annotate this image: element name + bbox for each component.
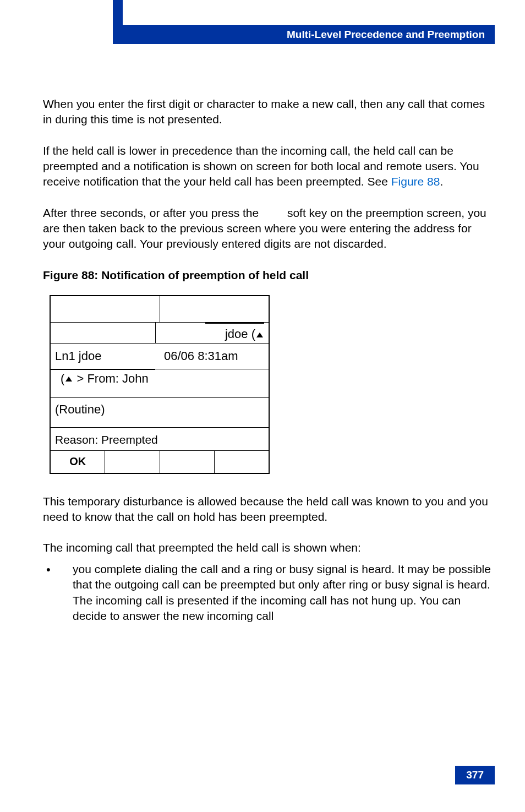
phone-user-cell: jdoe (: [156, 323, 269, 343]
phone-softkey-3[interactable]: [160, 451, 215, 473]
page-header-bar: Multi-Level Precedence and Preemption: [122, 25, 495, 44]
phone-softkey-row: OK: [51, 451, 269, 473]
bullet-item-1: you complete dialing the call and a ring…: [43, 562, 495, 624]
left-blue-strip: [113, 0, 123, 44]
phone-overline: [205, 323, 264, 324]
phone-overline-2: [51, 369, 155, 370]
phone-line-label: Ln1 jdoe: [51, 344, 160, 369]
phone-reason-text: Reason: Preempted: [55, 433, 158, 446]
phone-from-row: ( > From: John: [51, 369, 269, 398]
triangle-up-icon: [256, 333, 263, 337]
phone-from-text: > From: John: [76, 372, 148, 385]
page-number-text: 377: [466, 769, 484, 781]
paragraph-4: This temporary disturbance is allowed be…: [43, 494, 495, 525]
main-content: When you enter the first digit or charac…: [43, 96, 495, 630]
phone-blank-cell: [51, 323, 156, 343]
phone-blank-cell: [51, 296, 160, 322]
figure-link[interactable]: Figure 88: [391, 175, 440, 188]
phone-reason-row: Reason: Preempted: [51, 428, 269, 451]
paragraph-2b: .: [440, 175, 443, 188]
phone-softkey-2[interactable]: [105, 451, 160, 473]
bullet-list: you complete dialing the call and a ring…: [43, 562, 495, 624]
phone-screen-figure: jdoe ( Ln1 jdoe 06/06 8:31am ( > From: J…: [50, 295, 270, 474]
phone-precedence-text: (Routine): [55, 402, 105, 416]
phone-top-blank-row-1: [51, 296, 269, 323]
triangle-up-icon: [65, 377, 72, 382]
page-number: 377: [455, 766, 495, 784]
paragraph-3a: After three seconds, or after you press …: [43, 206, 262, 219]
phone-line-row: Ln1 jdoe 06/06 8:31am: [51, 344, 269, 369]
figure-title: Figure 88: Notification of preemption of…: [43, 268, 495, 283]
paragraph-2: If the held call is lower in precedence …: [43, 143, 495, 190]
phone-softkey-ok[interactable]: OK: [51, 451, 105, 473]
paragraph-5: The incoming call that preempted the hel…: [43, 540, 495, 555]
phone-datetime: 06/06 8:31am: [160, 344, 269, 369]
phone-softkey-ok-label: OK: [69, 454, 86, 469]
phone-user-label: jdoe: [225, 327, 248, 341]
phone-bracket-open: (: [61, 372, 64, 385]
header-title: Multi-Level Precedence and Preemption: [287, 29, 485, 41]
phone-precedence-row: (Routine): [51, 398, 269, 428]
paragraph-3: After three seconds, or after you press …: [43, 205, 495, 252]
phone-softkey-4[interactable]: [215, 451, 269, 473]
phone-bracket: (: [251, 327, 255, 341]
phone-user-row: jdoe (: [51, 323, 269, 344]
paragraph-1: When you enter the first digit or charac…: [43, 96, 495, 128]
phone-blank-cell: [160, 296, 269, 322]
